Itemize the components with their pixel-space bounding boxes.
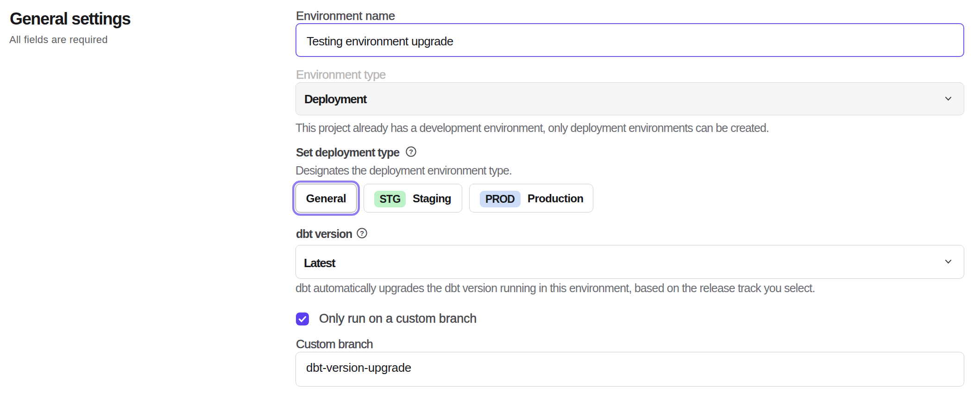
svg-text:?: ?: [409, 148, 413, 156]
svg-text:?: ?: [360, 229, 364, 237]
